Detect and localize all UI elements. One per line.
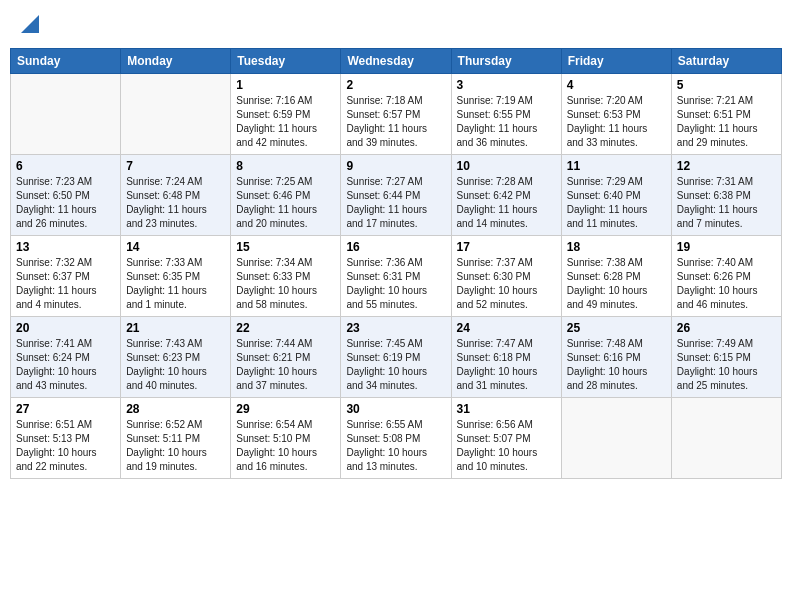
day-number: 28: [126, 402, 225, 416]
calendar-cell: 24Sunrise: 7:47 AMSunset: 6:18 PMDayligh…: [451, 317, 561, 398]
calendar-cell: 7Sunrise: 7:24 AMSunset: 6:48 PMDaylight…: [121, 155, 231, 236]
day-number: 29: [236, 402, 335, 416]
day-info: Sunrise: 7:45 AMSunset: 6:19 PMDaylight:…: [346, 337, 445, 393]
calendar-week-row: 6Sunrise: 7:23 AMSunset: 6:50 PMDaylight…: [11, 155, 782, 236]
day-number: 1: [236, 78, 335, 92]
calendar-cell: 30Sunrise: 6:55 AMSunset: 5:08 PMDayligh…: [341, 398, 451, 479]
calendar-cell: 31Sunrise: 6:56 AMSunset: 5:07 PMDayligh…: [451, 398, 561, 479]
calendar-cell: 22Sunrise: 7:44 AMSunset: 6:21 PMDayligh…: [231, 317, 341, 398]
calendar-cell: 6Sunrise: 7:23 AMSunset: 6:50 PMDaylight…: [11, 155, 121, 236]
calendar-cell: 11Sunrise: 7:29 AMSunset: 6:40 PMDayligh…: [561, 155, 671, 236]
day-info: Sunrise: 7:41 AMSunset: 6:24 PMDaylight:…: [16, 337, 115, 393]
calendar-cell: [671, 398, 781, 479]
calendar-cell: 2Sunrise: 7:18 AMSunset: 6:57 PMDaylight…: [341, 74, 451, 155]
day-number: 8: [236, 159, 335, 173]
calendar-cell: 5Sunrise: 7:21 AMSunset: 6:51 PMDaylight…: [671, 74, 781, 155]
day-info: Sunrise: 7:29 AMSunset: 6:40 PMDaylight:…: [567, 175, 666, 231]
calendar-header-row: SundayMondayTuesdayWednesdayThursdayFrid…: [11, 49, 782, 74]
day-number: 16: [346, 240, 445, 254]
calendar-cell: 15Sunrise: 7:34 AMSunset: 6:33 PMDayligh…: [231, 236, 341, 317]
day-number: 26: [677, 321, 776, 335]
calendar-week-row: 1Sunrise: 7:16 AMSunset: 6:59 PMDaylight…: [11, 74, 782, 155]
calendar-cell: 23Sunrise: 7:45 AMSunset: 6:19 PMDayligh…: [341, 317, 451, 398]
day-info: Sunrise: 7:28 AMSunset: 6:42 PMDaylight:…: [457, 175, 556, 231]
day-info: Sunrise: 7:40 AMSunset: 6:26 PMDaylight:…: [677, 256, 776, 312]
day-number: 3: [457, 78, 556, 92]
day-number: 19: [677, 240, 776, 254]
calendar-cell: [121, 74, 231, 155]
day-info: Sunrise: 7:44 AMSunset: 6:21 PMDaylight:…: [236, 337, 335, 393]
calendar-cell: 17Sunrise: 7:37 AMSunset: 6:30 PMDayligh…: [451, 236, 561, 317]
day-info: Sunrise: 6:55 AMSunset: 5:08 PMDaylight:…: [346, 418, 445, 474]
calendar-table: SundayMondayTuesdayWednesdayThursdayFrid…: [10, 48, 782, 479]
day-info: Sunrise: 7:31 AMSunset: 6:38 PMDaylight:…: [677, 175, 776, 231]
day-number: 30: [346, 402, 445, 416]
day-info: Sunrise: 7:48 AMSunset: 6:16 PMDaylight:…: [567, 337, 666, 393]
day-number: 9: [346, 159, 445, 173]
day-number: 27: [16, 402, 115, 416]
day-info: Sunrise: 7:19 AMSunset: 6:55 PMDaylight:…: [457, 94, 556, 150]
day-info: Sunrise: 7:23 AMSunset: 6:50 PMDaylight:…: [16, 175, 115, 231]
day-info: Sunrise: 6:51 AMSunset: 5:13 PMDaylight:…: [16, 418, 115, 474]
calendar-week-row: 27Sunrise: 6:51 AMSunset: 5:13 PMDayligh…: [11, 398, 782, 479]
calendar-cell: 8Sunrise: 7:25 AMSunset: 6:46 PMDaylight…: [231, 155, 341, 236]
weekday-header: Thursday: [451, 49, 561, 74]
calendar-cell: 18Sunrise: 7:38 AMSunset: 6:28 PMDayligh…: [561, 236, 671, 317]
day-number: 13: [16, 240, 115, 254]
day-number: 24: [457, 321, 556, 335]
day-info: Sunrise: 7:36 AMSunset: 6:31 PMDaylight:…: [346, 256, 445, 312]
calendar-cell: 9Sunrise: 7:27 AMSunset: 6:44 PMDaylight…: [341, 155, 451, 236]
day-number: 20: [16, 321, 115, 335]
weekday-header: Saturday: [671, 49, 781, 74]
weekday-header: Sunday: [11, 49, 121, 74]
day-info: Sunrise: 7:32 AMSunset: 6:37 PMDaylight:…: [16, 256, 115, 312]
calendar-cell: 14Sunrise: 7:33 AMSunset: 6:35 PMDayligh…: [121, 236, 231, 317]
calendar-cell: 4Sunrise: 7:20 AMSunset: 6:53 PMDaylight…: [561, 74, 671, 155]
day-number: 7: [126, 159, 225, 173]
day-number: 15: [236, 240, 335, 254]
day-info: Sunrise: 6:56 AMSunset: 5:07 PMDaylight:…: [457, 418, 556, 474]
svg-marker-0: [21, 15, 39, 33]
day-info: Sunrise: 7:38 AMSunset: 6:28 PMDaylight:…: [567, 256, 666, 312]
calendar-cell: 25Sunrise: 7:48 AMSunset: 6:16 PMDayligh…: [561, 317, 671, 398]
calendar-cell: [11, 74, 121, 155]
day-number: 2: [346, 78, 445, 92]
day-info: Sunrise: 7:49 AMSunset: 6:15 PMDaylight:…: [677, 337, 776, 393]
day-number: 31: [457, 402, 556, 416]
calendar-cell: 29Sunrise: 6:54 AMSunset: 5:10 PMDayligh…: [231, 398, 341, 479]
day-number: 10: [457, 159, 556, 173]
day-info: Sunrise: 7:27 AMSunset: 6:44 PMDaylight:…: [346, 175, 445, 231]
day-info: Sunrise: 7:47 AMSunset: 6:18 PMDaylight:…: [457, 337, 556, 393]
day-number: 25: [567, 321, 666, 335]
calendar-cell: 12Sunrise: 7:31 AMSunset: 6:38 PMDayligh…: [671, 155, 781, 236]
weekday-header: Tuesday: [231, 49, 341, 74]
calendar-cell: 27Sunrise: 6:51 AMSunset: 5:13 PMDayligh…: [11, 398, 121, 479]
day-info: Sunrise: 7:34 AMSunset: 6:33 PMDaylight:…: [236, 256, 335, 312]
day-number: 11: [567, 159, 666, 173]
calendar-cell: 28Sunrise: 6:52 AMSunset: 5:11 PMDayligh…: [121, 398, 231, 479]
day-number: 14: [126, 240, 225, 254]
day-number: 22: [236, 321, 335, 335]
calendar-cell: 21Sunrise: 7:43 AMSunset: 6:23 PMDayligh…: [121, 317, 231, 398]
calendar-cell: 10Sunrise: 7:28 AMSunset: 6:42 PMDayligh…: [451, 155, 561, 236]
day-info: Sunrise: 7:16 AMSunset: 6:59 PMDaylight:…: [236, 94, 335, 150]
calendar-cell: 3Sunrise: 7:19 AMSunset: 6:55 PMDaylight…: [451, 74, 561, 155]
day-info: Sunrise: 6:54 AMSunset: 5:10 PMDaylight:…: [236, 418, 335, 474]
day-number: 23: [346, 321, 445, 335]
calendar-cell: 1Sunrise: 7:16 AMSunset: 6:59 PMDaylight…: [231, 74, 341, 155]
weekday-header: Friday: [561, 49, 671, 74]
weekday-header: Monday: [121, 49, 231, 74]
day-number: 18: [567, 240, 666, 254]
calendar-cell: 16Sunrise: 7:36 AMSunset: 6:31 PMDayligh…: [341, 236, 451, 317]
day-number: 5: [677, 78, 776, 92]
day-info: Sunrise: 7:25 AMSunset: 6:46 PMDaylight:…: [236, 175, 335, 231]
calendar-cell: 26Sunrise: 7:49 AMSunset: 6:15 PMDayligh…: [671, 317, 781, 398]
page-header: [10, 10, 782, 38]
calendar-week-row: 13Sunrise: 7:32 AMSunset: 6:37 PMDayligh…: [11, 236, 782, 317]
weekday-header: Wednesday: [341, 49, 451, 74]
day-info: Sunrise: 6:52 AMSunset: 5:11 PMDaylight:…: [126, 418, 225, 474]
day-number: 12: [677, 159, 776, 173]
logo-arrow-icon: [21, 15, 39, 33]
day-info: Sunrise: 7:33 AMSunset: 6:35 PMDaylight:…: [126, 256, 225, 312]
calendar-cell: 19Sunrise: 7:40 AMSunset: 6:26 PMDayligh…: [671, 236, 781, 317]
